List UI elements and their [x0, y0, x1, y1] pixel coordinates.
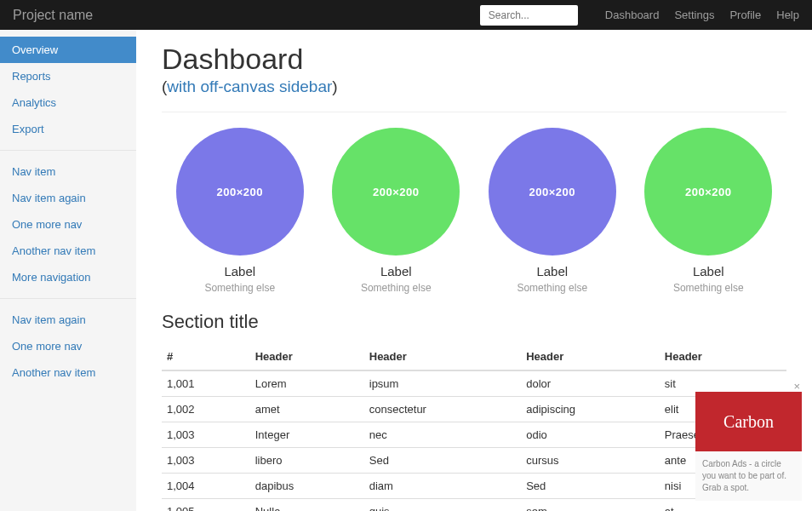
sidebar: Overview Reports Analytics Export Nav it… [0, 30, 136, 511]
circle-item: 200×200 Label Something else [631, 128, 787, 294]
navbar-brand[interactable]: Project name [13, 8, 93, 23]
nav-link-profile[interactable]: Profile [729, 9, 761, 21]
table-cell: quis [364, 499, 521, 512]
close-icon[interactable]: × [793, 380, 800, 393]
table-cell: consectetur [364, 397, 521, 422]
table-cell: dapibus [250, 474, 364, 499]
circle-sublabel: Something else [318, 282, 475, 294]
sidebar-item[interactable]: More navigation [0, 264, 136, 290]
table-cell: Nulla [250, 499, 364, 512]
table-cell: dolor [521, 370, 660, 397]
circle-label: Label [474, 264, 631, 278]
circle-label: Label [318, 264, 475, 278]
table-header: Header [660, 343, 786, 370]
table-cell: 1,003 [162, 448, 250, 474]
sidebar-item-analytics[interactable]: Analytics [0, 89, 136, 116]
table-cell: amet [250, 397, 364, 422]
circle-item: 200×200 Label Something else [162, 128, 318, 294]
placeholder-circle: 200×200 [489, 128, 616, 256]
circle-label: Label [162, 264, 318, 278]
sidebar-divider [0, 298, 136, 299]
table-cell: Sed [364, 448, 521, 474]
placeholder-circle: 200×200 [176, 128, 304, 256]
nav-link-settings[interactable]: Settings [674, 9, 714, 21]
table-cell: 1,004 [162, 474, 250, 499]
table-cell: diam [364, 474, 521, 499]
circle-label: Label [631, 264, 787, 278]
table-row: 1,003IntegernecodioPraesent [162, 422, 786, 448]
table-cell: 1,001 [162, 370, 250, 397]
divider [162, 112, 786, 112]
search-input[interactable] [480, 5, 578, 26]
sidebar-item[interactable]: Nav item again [0, 307, 136, 333]
nav-link-help[interactable]: Help [776, 9, 799, 21]
table-cell: Integer [250, 422, 364, 448]
table-row: 1,005Nullaquissemat [162, 499, 786, 512]
page-subtitle: (with off-canvas sidebar) [162, 78, 786, 96]
table-row: 1,004dapibusdiamSednisi [162, 474, 786, 499]
table-cell: 1,005 [162, 499, 250, 512]
table-cell: 1,002 [162, 397, 250, 422]
table-header: Header [250, 343, 364, 370]
table-row: 1,001Loremipsumdolorsit [162, 370, 786, 397]
table-header: # [162, 343, 250, 370]
table-row: 1,002ametconsecteturadipiscingelit [162, 397, 786, 422]
sidebar-item[interactable]: One more nav [0, 211, 136, 238]
off-canvas-link[interactable]: with off-canvas sidebar [167, 78, 332, 95]
circle-item: 200×200 Label Something else [474, 128, 631, 294]
sidebar-item[interactable]: Nav item [0, 158, 136, 185]
table-cell: adipiscing [521, 397, 660, 422]
sidebar-item-export[interactable]: Export [0, 116, 136, 142]
table-cell: odio [521, 422, 660, 448]
sidebar-item-overview[interactable]: Overview [0, 37, 136, 63]
sidebar-item[interactable]: Nav item again [0, 185, 136, 211]
table-header-row: # Header Header Header Header [162, 343, 786, 370]
sub-suffix: ) [332, 78, 337, 95]
section-title: Section title [162, 311, 786, 333]
sidebar-item-reports[interactable]: Reports [0, 63, 136, 89]
ad-text: Carbon Ads - a circle you want to be par… [695, 451, 802, 501]
sidebar-item[interactable]: Another nav item [0, 238, 136, 264]
ad-image[interactable]: Carbon [695, 392, 802, 451]
ad-widget: × Carbon Carbon Ads - a circle you want … [695, 392, 802, 501]
circle-sublabel: Something else [162, 282, 318, 294]
table-cell: nec [364, 422, 521, 448]
table-cell: sem [521, 499, 660, 512]
placeholder-circle: 200×200 [332, 128, 460, 256]
data-table: # Header Header Header Header 1,001Lorem… [162, 343, 786, 511]
placeholder-circle: 200×200 [644, 128, 772, 256]
circle-row: 200×200 Label Something else 200×200 Lab… [162, 128, 786, 294]
table-row: 1,003liberoSedcursusante [162, 448, 786, 474]
table-cell: Sed [521, 474, 660, 499]
table-cell: cursus [521, 448, 660, 474]
table-header: Header [364, 343, 521, 370]
sidebar-item[interactable]: One more nav [0, 333, 136, 359]
circle-item: 200×200 Label Something else [318, 128, 475, 294]
sidebar-divider [0, 150, 136, 151]
nav-link-dashboard[interactable]: Dashboard [605, 9, 660, 21]
table-cell: Lorem [250, 370, 364, 397]
table-cell: ipsum [364, 370, 521, 397]
table-cell: 1,003 [162, 422, 250, 448]
table-header: Header [521, 343, 660, 370]
circle-sublabel: Something else [631, 282, 787, 294]
circle-sublabel: Something else [474, 282, 631, 294]
table-cell: libero [250, 448, 364, 474]
sidebar-item[interactable]: Another nav item [0, 359, 136, 386]
navbar: Project name Dashboard Settings Profile … [0, 0, 812, 30]
page-title: Dashboard [162, 43, 786, 76]
